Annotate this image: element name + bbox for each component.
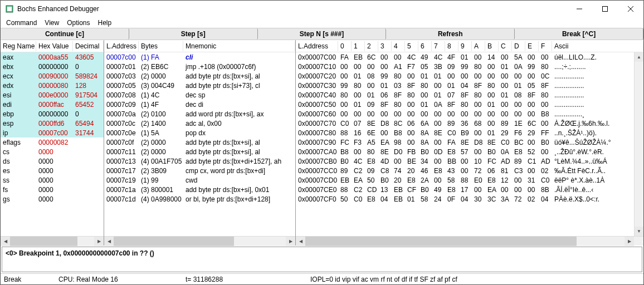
disasm-row[interactable]: 00007c17(2) 3B09cmp cx, word ptr ds:[bx+… [104,166,295,175]
disasm-header-addr[interactable]: L.Address [104,41,139,51]
menu-view[interactable]: View [41,19,62,27]
mem-header[interactable]: 8 [445,41,458,51]
memory-row[interactable]: 0x00007C70C0078ED88C066A0089366800891E6C… [296,119,634,128]
mem-header[interactable]: B [485,41,499,51]
disasm-row[interactable]: 00007c00(1) FAcli [104,52,295,62]
scroll-right-icon[interactable]: ▶ [94,237,104,246]
refresh-button[interactable]: Refresh [386,28,515,40]
disasm-hscroll[interactable]: ◀ ▶ [104,236,295,245]
minimize-button[interactable] [567,1,592,17]
memory-row[interactable]: 0x00007C60000000000000000000000000000000… [296,109,634,119]
disasm-row[interactable]: 00007c0c(2) 1400adc al, 0x00 [104,119,295,128]
memory-row[interactable]: 0x00007CD0EBEA50B020E82A005888E0E8120031… [296,175,634,185]
mem-header[interactable]: 7 [432,41,445,51]
memory-row[interactable]: 0x00007C3099800001038F800001048F80000105… [296,81,634,90]
menu-command[interactable]: Command [3,19,40,27]
memory-row[interactable]: 0x00007C500001098F8000010A8F800001000000… [296,100,634,109]
reg-header-hex[interactable]: Hex Value [36,41,73,51]
register-row[interactable]: esi000e0000917504 [1,90,104,100]
menu-options[interactable]: Options [64,19,93,27]
mem-header[interactable]: A [472,41,485,51]
memory-list[interactable]: 0x00007C00FAEB6C00004C494C4F010014005A00… [296,52,634,236]
scroll-left-icon[interactable]: ◀ [296,237,305,246]
mem-header[interactable]: Ascii [552,41,643,51]
titlebar[interactable]: Bochs Enhanced Debugger [1,1,643,17]
register-row[interactable]: eax0000aa5543605 [1,52,104,62]
break-button[interactable]: Break [^C] [515,28,643,40]
memory-row[interactable]: 0x00007CB0B04CE84D00BE3400BB0010FCAD89C1… [296,156,634,166]
disasm-row[interactable]: 00007c09(1) 4Fdec di [104,100,295,109]
stepn-button[interactable]: Step N [s ###] [258,28,387,40]
register-list[interactable]: eax0000aa5543605ebx000000000ecx000900005… [1,52,104,236]
register-row[interactable]: ecx00090000589824 [1,71,104,81]
mem-header[interactable]: 6 [418,41,432,51]
disasm-row[interactable]: 00007c01(2) EB6Cjmp .+108 (0x00007c6f) [104,62,295,71]
memory-row[interactable]: 0x00007C90FCF3A5EA98008A00FA8ED88EC0BC00… [296,137,634,147]
mem-header[interactable]: 0 [338,41,352,51]
register-row[interactable]: ds0000 [1,156,104,166]
memory-row[interactable]: 0x00007C00FAEB6C00004C494C4F010014005A00… [296,52,634,62]
memory-row[interactable]: 0x00007C40800001068F800001078F800001088F… [296,90,634,100]
register-row[interactable]: gs0000 [1,194,104,204]
mem-header[interactable]: C [499,41,512,51]
memory-row[interactable]: 0x00007C1000000000A1F7053B09998000010A99… [296,62,634,71]
register-row[interactable]: ebx000000000 [1,62,104,71]
mem-header[interactable]: E [525,41,539,51]
register-row[interactable]: ip00007c0031744 [1,128,104,137]
disasm-row[interactable]: 00007c0e(1) 5Apop dx [104,128,295,137]
mem-header[interactable]: 3 [378,41,392,51]
disasm-row[interactable]: 00007c13(4) 00A1F705add byte ptr ds:[bx+… [104,156,295,166]
register-row[interactable]: ebp000000000 [1,109,104,119]
mem-header[interactable]: 1 [352,41,365,51]
scroll-left-icon[interactable]: ◀ [1,237,10,246]
scroll-left-icon[interactable]: ◀ [104,237,114,246]
memory-vscroll[interactable]: ▲ ▼ [634,52,643,236]
reg-hscroll[interactable]: ◀ ▶ [1,236,104,245]
memory-row[interactable]: 0x00007CF050C0E804EB0158240F04303C3A7202… [296,194,634,204]
console-output[interactable]: <0> Breakpoint 1, 0x0000000000007c00 in … [2,247,642,272]
register-row[interactable]: edx00000080128 [1,81,104,90]
register-row[interactable]: es0000 [1,166,104,175]
mem-header[interactable]: D [512,41,525,51]
disasm-header-bytes[interactable]: Bytes [139,41,183,51]
scroll-right-icon[interactable]: ▶ [625,237,634,246]
register-row[interactable]: cs0000 [1,147,104,156]
disasm-row[interactable]: 00007c1d(4) 0A998000or bl, byte ptr ds:[… [104,194,295,204]
memory-row[interactable]: 0x00007CC089C209C8742046E84300720681C300… [296,166,634,175]
memory-row[interactable]: 0x00007C20000108998000010100000000000000… [296,71,634,81]
mem-header[interactable]: 4 [392,41,405,51]
memory-row[interactable]: 0x00007CA0B800808ED0FBB00DE85700B00AE852… [296,147,634,156]
mem-header[interactable]: 2 [365,41,378,51]
register-row[interactable]: edi0000ffac65452 [1,100,104,109]
mem-header[interactable]: L.Address [296,41,338,51]
scroll-up-icon[interactable]: ▲ [635,52,643,62]
disasm-row[interactable]: 00007c08(1) 4Cdec sp [104,90,295,100]
scroll-right-icon[interactable]: ▶ [286,237,295,246]
mem-header[interactable]: F [539,41,552,51]
memory-row[interactable]: 0x00007CE088C2CD13EBCFB049E81700EA000000… [296,185,634,194]
disasm-row[interactable]: 00007c11(2) 0000add byte ptr ds:[bx+si],… [104,147,295,156]
register-row[interactable]: fs0000 [1,185,104,194]
step-button[interactable]: Step [s] [129,28,258,40]
disasm-row[interactable]: 00007c1a(3) 800001add byte ptr ds:[bx+si… [104,185,295,194]
disasm-row[interactable]: 00007c0a(2) 0100add word ptr ds:[bx+si],… [104,109,295,119]
register-row[interactable]: esp0000ffd665494 [1,119,104,128]
reg-header-dec[interactable]: Decimal [73,41,104,51]
disasm-header-mnem[interactable]: Mnemonic [183,41,295,51]
disasm-list[interactable]: 00007c00(1) FAcli00007c01(2) EB6Cjmp .+1… [104,52,295,236]
reg-header-name[interactable]: Reg Name [1,41,36,51]
maximize-button[interactable] [592,1,618,17]
scroll-down-icon[interactable]: ▼ [635,227,643,236]
disasm-row[interactable]: 00007c19(1) 99cwd [104,175,295,185]
continue-button[interactable]: Continue [c] [1,28,129,40]
disasm-row[interactable]: 00007c0f(2) 0000add byte ptr ds:[bx+si],… [104,137,295,147]
register-row[interactable]: eflags00000082 [1,137,104,147]
mem-header[interactable]: 9 [458,41,472,51]
register-row[interactable]: ss0000 [1,175,104,185]
disasm-row[interactable]: 00007c03(2) 0000add byte ptr ds:[bx+si],… [104,71,295,81]
memory-hscroll[interactable]: ◀ ▶ [296,236,643,245]
mem-header[interactable]: 5 [405,41,418,51]
menu-help[interactable]: Help [95,19,115,27]
disasm-row[interactable]: 00007c05(3) 004C49add byte ptr ds:[si+73… [104,81,295,90]
close-button[interactable] [618,1,643,17]
